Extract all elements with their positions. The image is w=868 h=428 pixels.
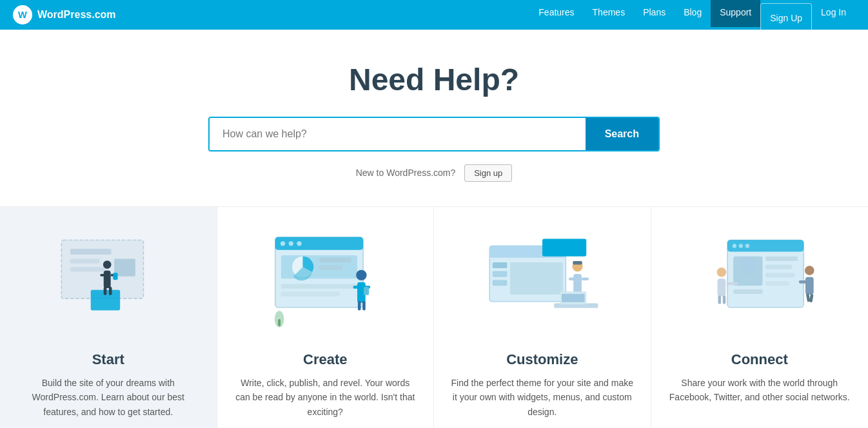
svg-rect-22 [319, 258, 351, 262]
svg-rect-46 [582, 278, 589, 281]
connect-illustration [667, 220, 853, 342]
svg-rect-16 [275, 237, 363, 250]
svg-rect-73 [809, 294, 814, 302]
svg-point-19 [297, 241, 302, 246]
nav-item-login[interactable]: Log In [812, 0, 855, 33]
svg-point-58 [740, 257, 756, 273]
svg-rect-62 [765, 273, 794, 277]
svg-point-54 [732, 244, 736, 248]
svg-rect-61 [765, 265, 792, 269]
svg-rect-3 [70, 249, 112, 255]
svg-text:W: W [18, 10, 27, 20]
navbar: W WordPress.com Features Themes Plans Bl… [0, 0, 868, 30]
svg-rect-25 [281, 291, 340, 296]
card-connect-desc: Share your work with the world through F… [667, 376, 853, 419]
card-create-title: Create [303, 351, 347, 368]
card-customize: Customize Find the perfect theme for you… [434, 207, 651, 428]
svg-rect-63 [765, 281, 789, 286]
hero-section: Need Help? Search New to WordPress.com? … [0, 30, 868, 206]
svg-rect-9 [103, 271, 110, 288]
nav-item-blog[interactable]: Blog [675, 0, 711, 33]
svg-rect-23 [319, 265, 342, 269]
page-title: Need Help? [13, 62, 855, 97]
logo-icon: W [13, 5, 32, 24]
hero-subtitle: New to WordPress.com? Sign up [13, 164, 855, 182]
svg-rect-37 [510, 262, 563, 295]
svg-rect-70 [805, 277, 814, 295]
signup-button[interactable]: Sign up [464, 164, 512, 182]
svg-rect-45 [569, 278, 576, 281]
nav-item-support[interactable]: Support [711, 0, 760, 33]
svg-rect-5 [70, 267, 106, 271]
customize-illustration [449, 220, 635, 342]
svg-rect-40 [492, 280, 507, 286]
svg-point-26 [356, 270, 366, 280]
svg-rect-14 [113, 273, 117, 280]
svg-rect-68 [722, 296, 725, 304]
svg-point-17 [281, 241, 285, 246]
nav-item-signup[interactable]: Sign Up [760, 0, 812, 33]
search-input[interactable] [210, 118, 586, 150]
card-start-title: Start [92, 351, 124, 368]
svg-point-64 [716, 268, 726, 277]
svg-rect-4 [70, 258, 99, 263]
search-button[interactable]: Search [586, 118, 658, 150]
card-start: Start Build the site of your dreams with… [0, 207, 217, 428]
svg-rect-24 [281, 284, 357, 289]
svg-rect-60 [765, 257, 798, 261]
create-illustration [233, 220, 419, 342]
card-start-desc: Build the site of your dreams with WordP… [15, 376, 201, 419]
card-connect-title: Connect [731, 351, 788, 368]
start-illustration [15, 220, 201, 342]
nav-item-features[interactable]: Features [529, 0, 583, 33]
svg-rect-34 [279, 319, 281, 326]
svg-point-18 [289, 241, 293, 246]
svg-point-55 [738, 244, 742, 248]
card-customize-title: Customize [506, 351, 578, 368]
card-connect: Connect Share your work with the world t… [651, 207, 869, 428]
svg-rect-13 [109, 287, 112, 295]
svg-rect-12 [103, 287, 106, 295]
svg-point-8 [103, 260, 112, 269]
logo-text: WordPress.com [37, 9, 116, 21]
svg-rect-30 [358, 301, 361, 311]
nav-item-themes[interactable]: Themes [584, 0, 635, 33]
svg-rect-38 [492, 262, 507, 268]
nav-links: Features Themes Plans Blog Support Sign … [529, 0, 855, 33]
svg-rect-66 [726, 282, 738, 286]
svg-rect-71 [799, 280, 807, 284]
search-bar: Search [208, 117, 660, 151]
card-create-desc: Write, click, publish, and revel. Your w… [233, 376, 419, 419]
svg-point-69 [805, 266, 814, 275]
svg-rect-51 [562, 294, 584, 302]
svg-rect-65 [717, 278, 725, 296]
nav-item-plans[interactable]: Plans [634, 0, 675, 33]
cards-section: Start Build the site of your dreams with… [0, 206, 868, 428]
svg-rect-59 [733, 289, 762, 294]
svg-rect-43 [573, 261, 582, 264]
svg-rect-39 [492, 271, 507, 277]
svg-rect-41 [542, 239, 586, 257]
svg-point-56 [745, 244, 749, 248]
svg-rect-32 [364, 287, 369, 295]
logo[interactable]: W WordPress.com [13, 5, 116, 24]
svg-rect-28 [353, 286, 360, 289]
card-create: Create Write, click, publish, and revel.… [217, 207, 435, 428]
card-customize-desc: Find the perfect theme for your site and… [449, 376, 635, 419]
svg-rect-31 [362, 301, 366, 311]
svg-rect-67 [718, 296, 721, 304]
svg-rect-10 [100, 274, 106, 277]
